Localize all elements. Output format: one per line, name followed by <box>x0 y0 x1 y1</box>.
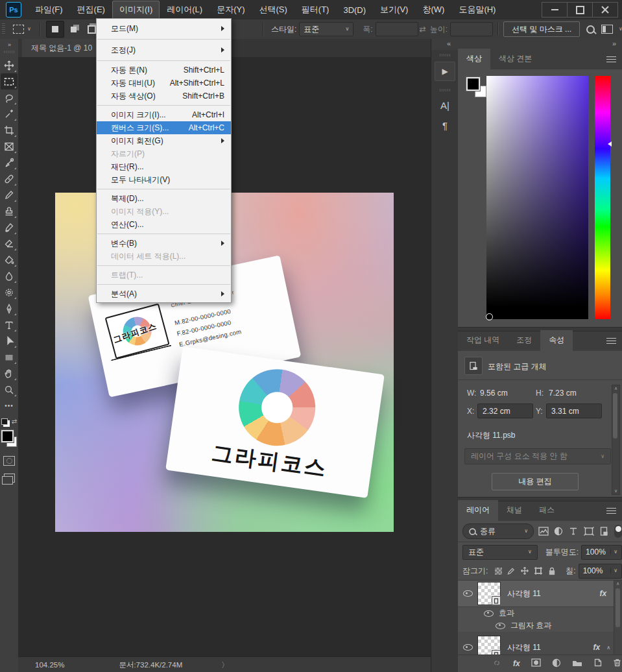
layer-name[interactable]: 사각형 11 <box>507 588 541 599</box>
blur-tool[interactable] <box>1 268 18 284</box>
menu-item-duplicate[interactable]: 복제(D)... <box>97 192 231 205</box>
scrollbar-thumb[interactable] <box>616 588 620 627</box>
status-expand-icon[interactable]: 〉 <box>221 660 229 670</box>
lasso-tool[interactable] <box>1 90 18 106</box>
scroll-up-icon[interactable]: ∧ <box>613 386 619 391</box>
filter-type-select[interactable]: 종류 ∨ <box>462 523 534 539</box>
swap-colors-icon[interactable]: ⇄ <box>12 418 17 425</box>
move-tool[interactable] <box>1 57 18 73</box>
layer-row-top[interactable]: 사각형 11 fx ∧ <box>458 581 622 607</box>
close-button[interactable] <box>592 3 617 17</box>
menu-item-canvas-size[interactable]: 캔버스 크기(S)...Alt+Ctrl+C <box>97 121 231 134</box>
clone-stamp-tool[interactable] <box>1 203 18 219</box>
new-group-icon[interactable] <box>572 659 582 669</box>
saturation-brightness-picker[interactable] <box>486 76 588 319</box>
opacity-input[interactable]: 100% ∨ <box>581 545 622 560</box>
menu-help[interactable]: 도움말(H) <box>451 1 503 19</box>
layer-style-icon[interactable]: fx <box>513 659 520 668</box>
menu-item-auto-contrast[interactable]: 자동 대비(U)Alt+Shift+Ctrl+L <box>97 77 231 90</box>
menu-item-auto-tone[interactable]: 자동 톤(N)Shift+Ctrl+L <box>97 64 231 77</box>
type-tool[interactable] <box>1 317 18 333</box>
tab-swatches[interactable]: 색상 견본 <box>490 49 540 69</box>
new-selection-button[interactable] <box>46 21 64 38</box>
tab-color[interactable]: 색상 <box>458 49 490 69</box>
panel-menu-icon[interactable] <box>606 338 616 344</box>
quick-mask-button[interactable] <box>3 456 15 466</box>
default-colors-icon[interactable] <box>1 418 8 425</box>
scroll-up-icon[interactable]: ∧ <box>615 581 621 586</box>
history-brush-tool[interactable] <box>1 219 18 235</box>
dodge-tool[interactable] <box>1 284 18 300</box>
scroll-down-icon[interactable]: ∨ <box>613 488 619 494</box>
rectangular-marquee-tool[interactable] <box>1 73 18 90</box>
menu-file[interactable]: 파일(F) <box>28 1 70 19</box>
collapse-dock-icon[interactable]: » <box>612 40 616 47</box>
menu-window[interactable]: 창(W) <box>415 1 451 19</box>
foreground-color-swatch[interactable] <box>1 430 14 442</box>
maximize-button[interactable] <box>567 3 592 17</box>
lock-artboard-icon[interactable] <box>534 566 543 575</box>
lock-transparency-icon[interactable] <box>495 568 502 575</box>
layer-name[interactable]: 사각형 11 <box>507 642 541 653</box>
panel-menu-icon[interactable] <box>606 56 616 62</box>
menu-layer[interactable]: 레이어(L) <box>160 1 209 19</box>
healing-brush-tool[interactable] <box>1 171 18 187</box>
fill-input[interactable]: 100% ∨ <box>579 564 622 579</box>
tab-properties[interactable]: 속성 <box>540 330 573 351</box>
toolbar-grip[interactable] <box>4 51 14 53</box>
fx-badge[interactable]: fx <box>599 589 606 598</box>
menu-filter[interactable]: 필터(T) <box>294 1 337 19</box>
properties-scrollbar[interactable]: ∧ ∨ <box>612 385 620 495</box>
drop-shadow-row[interactable]: 그림자 효과 <box>458 619 622 632</box>
style-select[interactable]: 표준 ∨ <box>299 22 353 36</box>
edit-contents-button[interactable]: 내용 편집 <box>492 473 579 490</box>
lock-pixels-icon[interactable] <box>507 566 516 575</box>
zoom-tool[interactable] <box>1 381 18 398</box>
path-selection-tool[interactable] <box>1 333 18 349</box>
menu-item-image-size[interactable]: 이미지 크기(I)...Alt+Ctrl+I <box>97 108 231 121</box>
foreground-background-swatches[interactable] <box>1 430 17 447</box>
filtering-toggle[interactable] <box>614 525 622 538</box>
select-and-mask-button[interactable]: 선택 및 마스크 ... <box>503 21 580 37</box>
eyedropper-tool[interactable] <box>1 154 18 171</box>
eraser-tool[interactable] <box>1 235 18 252</box>
strip-grip[interactable] <box>440 89 450 91</box>
tab-layers[interactable]: 레이어 <box>458 500 498 521</box>
actions-panel-button[interactable]: ▶ <box>435 62 455 81</box>
menu-item-variables[interactable]: 변수(B) <box>97 237 231 250</box>
minimize-button[interactable] <box>542 3 567 17</box>
strip-grip[interactable] <box>440 54 450 56</box>
menu-item-adjustments[interactable]: 조정(J) <box>97 42 231 58</box>
menu-item-mode[interactable]: 모드(M) <box>97 21 231 36</box>
menu-item-calculations[interactable]: 연산(C)... <box>97 218 231 231</box>
filter-adjustment-layers-icon[interactable] <box>553 525 564 537</box>
chevron-down-icon[interactable]: ∨ <box>619 27 622 32</box>
menu-item-analysis[interactable]: 분석(A) <box>97 287 231 300</box>
scrollbar-thumb[interactable] <box>613 393 617 438</box>
menu-item-trim[interactable]: 재단(R)... <box>97 160 231 173</box>
document-tab[interactable]: 제목 없음-1 @ 10 <box>22 39 102 57</box>
visibility-toggle[interactable] <box>458 644 477 651</box>
delete-layer-icon[interactable] <box>613 658 621 669</box>
collapse-panels-icon[interactable]: « <box>447 40 451 47</box>
y-input[interactable]: 3.31 cm <box>546 403 602 418</box>
options-grip[interactable] <box>2 23 5 35</box>
eye-icon[interactable] <box>496 623 505 629</box>
add-selection-button[interactable] <box>66 21 82 37</box>
tab-paths[interactable]: 패스 <box>531 500 563 521</box>
x-input[interactable]: 2.32 cm <box>477 403 533 418</box>
adjustment-layer-icon[interactable] <box>552 658 561 669</box>
menu-view[interactable]: 보기(V) <box>373 1 415 19</box>
expand-toolbar-icon[interactable]: » <box>8 42 10 48</box>
layer-mask-icon[interactable] <box>531 658 541 669</box>
character-panel-button[interactable]: A| <box>440 100 449 111</box>
menu-3d[interactable]: 3D(D) <box>336 2 373 18</box>
menu-item-image-rotation[interactable]: 이미지 회전(G) <box>97 134 231 147</box>
rectangle-shape-tool[interactable] <box>1 349 18 365</box>
filter-type-layers-icon[interactable] <box>568 525 579 537</box>
new-layer-icon[interactable] <box>593 658 602 669</box>
tab-channels[interactable]: 채널 <box>498 500 531 521</box>
layer-thumbnail[interactable] <box>477 582 501 605</box>
tool-preset-picker[interactable]: ∨ <box>9 23 35 35</box>
lock-position-icon[interactable] <box>520 566 529 575</box>
